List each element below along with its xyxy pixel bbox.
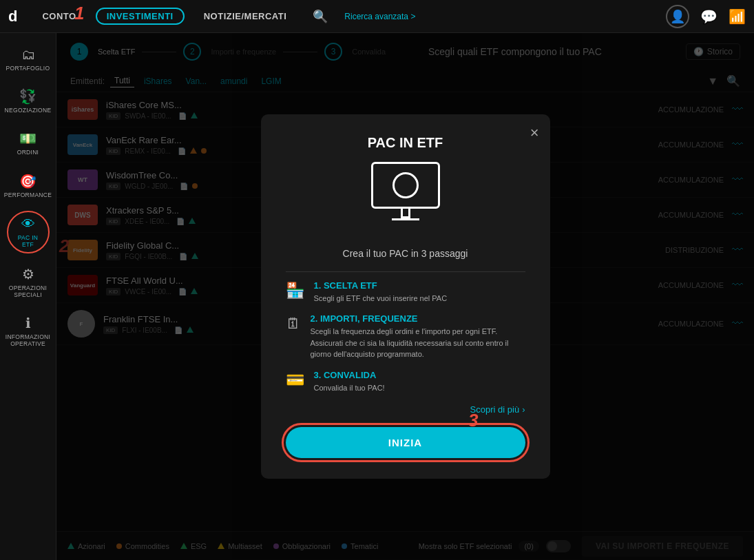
step3-title: 3. CONVALIDA (314, 370, 385, 380)
modal-step-3: 💳 3. CONVALIDA Convalida il tuo PAC! (286, 370, 525, 394)
sidebar-item-operazioni[interactable]: ⚙ OPERAZIONI SPECIALI (0, 259, 56, 305)
nav-right-section: 👤 💬 📶 (666, 5, 746, 28)
step2-content: 2. IMPORTI, FREQUENZE Scegli la frequenz… (311, 313, 525, 360)
step3-icon: 💳 (286, 371, 304, 389)
informazioni-label: INFORMAZIONI OPERATIVE (4, 333, 52, 347)
portafoglio-icon: 🗂 (21, 47, 35, 63)
negoziazione-label: NEGOZIAZIONE (5, 107, 52, 114)
sidebar: 🗂 PORTAFOGLIO 💱 NEGOZIAZIONE 💵 ORDINI 🎯 … (0, 33, 56, 560)
step1-icon: 🏪 (286, 282, 304, 300)
top-navigation: d CONTO INVESTIMENTI NOTIZIE/MERCATI 🔍 R… (0, 0, 754, 33)
user-avatar[interactable]: 👤 (666, 5, 689, 28)
modal-screen-container (364, 162, 447, 220)
step1-desc: Scegli gli ETF che vuoi inserire nel PAC (314, 293, 448, 304)
nav-investimenti[interactable]: INVESTIMENTI (96, 8, 185, 25)
modal-close-button[interactable]: × (530, 124, 539, 142)
sidebar-item-negoziazione[interactable]: 💱 NEGOZIAZIONE (0, 81, 56, 121)
operazioni-icon: ⚙ (22, 266, 34, 282)
operazioni-label: OPERAZIONI SPECIALI (4, 284, 52, 298)
modal-desc: Crea il tuo PAC in 3 passaggi (286, 248, 525, 259)
wifi-icon: 📶 (729, 8, 746, 25)
sidebar-item-ordini[interactable]: 💵 ORDINI (0, 123, 56, 163)
search-icon[interactable]: 🔍 (313, 9, 328, 24)
modal-steps-list: 🏪 1. SCELTA ETF Scegli gli ETF che vuoi … (286, 280, 525, 394)
monitor-neck (401, 209, 410, 218)
annotation-3: 3 (468, 410, 478, 431)
step2-desc: Scegli la frequenza degli ordini e l'imp… (311, 326, 525, 360)
chat-icon[interactable]: 💬 (700, 8, 718, 25)
step3-content: 3. CONVALIDA Convalida il tuo PAC! (314, 370, 385, 394)
modal-screen-circle (392, 172, 419, 198)
pac-modal: × PAC IN ETF Crea il tuo PAC in 3 passag… (261, 114, 550, 479)
sidebar-item-informazioni[interactable]: ℹ INFORMAZIONI OPERATIVE (0, 308, 56, 354)
sidebar-item-portafoglio[interactable]: 🗂 PORTAFOGLIO (0, 40, 56, 79)
step3-desc: Convalida il tuo PAC! (314, 382, 385, 394)
ricerca-avanzata-link[interactable]: Ricerca avanzata > (344, 12, 415, 21)
modal-screen-frame (371, 162, 440, 209)
performance-label: PERFORMANCE (4, 191, 52, 198)
sidebar-item-pacinetf[interactable]: 👁 PAC IN ETF (7, 211, 50, 253)
main-content: 1 Scelta ETF 2 Importi e frequenze 3 Con… (56, 33, 754, 560)
step2-icon: 🗓 (286, 315, 301, 333)
main-layout: 🗂 PORTAFOGLIO 💱 NEGOZIAZIONE 💵 ORDINI 🎯 … (0, 33, 754, 560)
ordini-label: ORDINI (17, 149, 39, 156)
informazioni-icon: ℹ (25, 315, 31, 331)
inizia-button[interactable]: INIZIA (286, 427, 525, 458)
step2-title: 2. IMPORTI, FREQUENZE (311, 313, 525, 324)
modal-overlay: × PAC IN ETF Crea il tuo PAC in 3 passag… (56, 33, 754, 560)
step1-content: 1. SCELTA ETF Scegli gli ETF che vuoi in… (314, 280, 448, 304)
modal-step-2: 🗓 2. IMPORTI, FREQUENZE Scegli la freque… (286, 313, 525, 360)
step1-title: 1. SCELTA ETF (314, 280, 448, 291)
performance-icon: 🎯 (19, 173, 36, 189)
ordini-icon: 💵 (19, 130, 36, 147)
scopri-link[interactable]: Scopri di più › (286, 404, 525, 415)
sidebar-item-performance[interactable]: 🎯 PERFORMANCE (0, 166, 56, 205)
modal-divider (286, 271, 525, 272)
modal-step-1: 🏪 1. SCELTA ETF Scegli gli ETF che vuoi … (286, 280, 525, 304)
portafoglio-label: PORTAFOGLIO (6, 65, 50, 72)
monitor-base (392, 218, 419, 220)
app-logo: d (8, 8, 17, 25)
pacinetf-icon: 👁 (21, 216, 35, 232)
modal-title: PAC IN ETF (286, 135, 525, 151)
pacinetf-label: PAC IN ETF (12, 234, 44, 248)
scopri-chevron: › (522, 404, 525, 415)
negoziazione-icon: 💱 (19, 88, 36, 105)
nav-notizie[interactable]: NOTIZIE/MERCATI (198, 8, 293, 24)
